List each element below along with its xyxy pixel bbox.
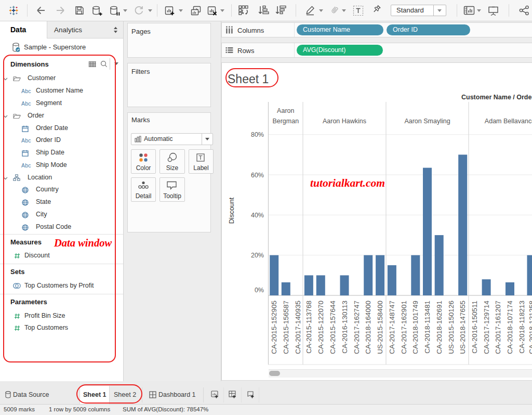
svg-text:CA-2016-150511: CA-2016-150511 <box>471 301 478 354</box>
svg-text:CA-2018-113481: CA-2018-113481 <box>423 301 431 354</box>
svg-text:US-2018-147655: US-2018-147655 <box>459 301 467 354</box>
svg-text:US-2015-158400: US-2015-158400 <box>376 301 384 354</box>
svg-text:Customer Name / Order ID: Customer Name / Order ID <box>461 94 532 101</box>
svg-text:Discount: Discount <box>228 197 235 224</box>
svg-text:CA-2018-121258: CA-2018-121258 <box>528 301 532 354</box>
svg-text:CA-2015-156587: CA-2015-156587 <box>282 301 290 354</box>
svg-text:Adam Bellavance: Adam Bellavance <box>485 118 532 125</box>
svg-text:CA-2018-107174: CA-2018-107174 <box>506 301 514 354</box>
svg-text:CA-2017-162901: CA-2017-162901 <box>400 301 408 354</box>
svg-text:CA-2017-161207: CA-2017-161207 <box>494 301 502 354</box>
svg-text:CA-2018-101749: CA-2018-101749 <box>411 301 419 354</box>
svg-text:CA-2015-157644: CA-2015-157644 <box>329 301 337 354</box>
svg-text:Aaron Smayling: Aaron Smayling <box>404 118 450 125</box>
svg-text:CA-2015-113768: CA-2015-113768 <box>305 301 313 354</box>
svg-text:Aaron: Aaron <box>277 107 294 114</box>
svg-text:80%: 80% <box>251 131 264 138</box>
svg-text:0%: 0% <box>255 287 264 294</box>
svg-text:40%: 40% <box>251 212 264 219</box>
svg-text:Aaron Hawkins: Aaron Hawkins <box>323 118 366 125</box>
svg-text:CA-2015-122070: CA-2015-122070 <box>317 301 325 354</box>
svg-text:CA-2016-130113: CA-2016-130113 <box>341 301 349 354</box>
svg-text:CA-2017-148747: CA-2017-148747 <box>388 301 396 354</box>
svg-text:CA-2015-152905: CA-2015-152905 <box>270 301 278 354</box>
svg-text:Bergman: Bergman <box>272 118 299 125</box>
svg-text:CA-2018-118213: CA-2018-118213 <box>518 301 526 354</box>
svg-text:20%: 20% <box>251 252 264 259</box>
svg-text:US-2015-150126: US-2015-150126 <box>447 301 455 354</box>
svg-text:CA-2018-164000: CA-2018-164000 <box>364 301 372 354</box>
svg-text:CA-2017-140935: CA-2017-140935 <box>294 301 302 354</box>
svg-text:CA-2017-162747: CA-2017-162747 <box>353 301 361 354</box>
svg-text:60%: 60% <box>251 172 264 179</box>
svg-text:CA-2017-129714: CA-2017-129714 <box>483 301 490 354</box>
svg-text:CA-2018-162691: CA-2018-162691 <box>435 301 443 354</box>
